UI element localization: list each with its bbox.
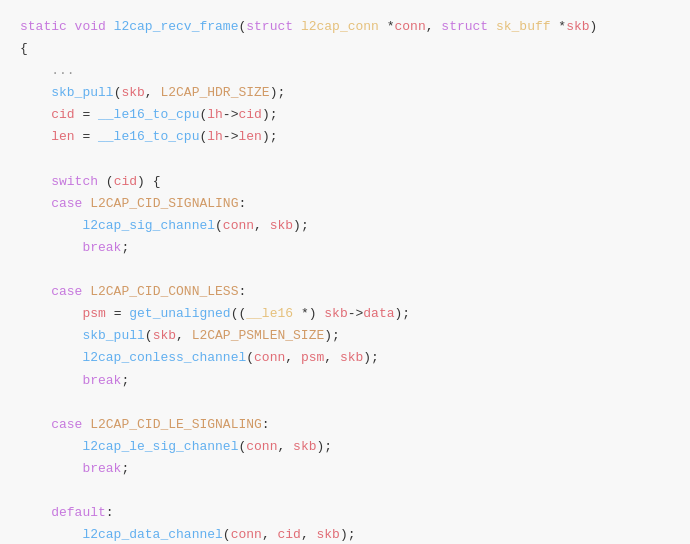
token-fn: l2cap_recv_frame xyxy=(114,19,239,34)
token-var: lh xyxy=(207,107,223,122)
token-kw: static xyxy=(20,19,75,34)
token-plain: ) xyxy=(590,19,598,34)
token-plain: = xyxy=(75,129,98,144)
token-kw: break xyxy=(20,461,121,476)
token-kw: struct xyxy=(246,19,301,34)
token-macro: L2CAP_CID_SIGNALING xyxy=(90,196,238,211)
token-plain: ); xyxy=(395,306,411,321)
token-plain: -> xyxy=(348,306,364,321)
token-plain: , xyxy=(262,527,278,542)
code-line: ... xyxy=(20,60,670,82)
token-var: skb xyxy=(340,350,363,365)
token-var: skb xyxy=(121,85,144,100)
token-var: len xyxy=(238,129,261,144)
token-plain: ) { xyxy=(137,174,160,189)
token-fn: skb_pull xyxy=(20,328,145,343)
token-fn: skb_pull xyxy=(20,85,114,100)
token-plain: ; xyxy=(121,240,129,255)
token-plain: , xyxy=(176,328,192,343)
token-var: len xyxy=(20,129,75,144)
token-fn: l2cap_data_channel xyxy=(20,527,223,542)
token-fn: __le16_to_cpu xyxy=(98,107,199,122)
token-plain: ( xyxy=(246,350,254,365)
token-kw: struct xyxy=(441,19,496,34)
token-kw: break xyxy=(20,373,121,388)
token-var: conn xyxy=(246,439,277,454)
token-fn: l2cap_sig_channel xyxy=(20,218,215,233)
code-line xyxy=(20,149,670,171)
token-plain: { xyxy=(20,41,28,56)
code-line: psm = get_unaligned((__le16 *) skb->data… xyxy=(20,303,670,325)
token-var: skb xyxy=(153,328,176,343)
token-fn: get_unaligned xyxy=(129,306,230,321)
code-line: l2cap_sig_channel(conn, skb); xyxy=(20,215,670,237)
token-plain: ); xyxy=(363,350,379,365)
token-plain: : xyxy=(238,284,246,299)
token-plain: * xyxy=(379,19,395,34)
token-plain: ); xyxy=(316,439,332,454)
token-plain: , xyxy=(254,218,270,233)
token-plain: (( xyxy=(231,306,247,321)
code-line: skb_pull(skb, L2CAP_PSMLEN_SIZE); xyxy=(20,325,670,347)
code-line: static void l2cap_recv_frame(struct l2ca… xyxy=(20,16,670,38)
token-type: l2cap_conn xyxy=(301,19,379,34)
code-line: skb_pull(skb, L2CAP_HDR_SIZE); xyxy=(20,82,670,104)
code-line xyxy=(20,392,670,414)
token-macro: L2CAP_HDR_SIZE xyxy=(160,85,269,100)
code-line: break; xyxy=(20,458,670,480)
token-plain: ); xyxy=(324,328,340,343)
token-plain: ( xyxy=(145,328,153,343)
token-var: cid xyxy=(238,107,261,122)
token-plain: ); xyxy=(293,218,309,233)
token-var: cid xyxy=(20,107,75,122)
token-plain: , xyxy=(285,350,301,365)
token-kw: switch xyxy=(20,174,98,189)
token-plain: , xyxy=(301,527,317,542)
code-line: { xyxy=(20,38,670,60)
token-fn: l2cap_le_sig_channel xyxy=(20,439,238,454)
token-type: __le16 xyxy=(246,306,293,321)
code-block: static void l2cap_recv_frame(struct l2ca… xyxy=(0,0,690,544)
token-var: skb xyxy=(324,306,347,321)
code-line: case L2CAP_CID_CONN_LESS: xyxy=(20,281,670,303)
token-plain: -> xyxy=(223,129,239,144)
token-plain: : xyxy=(262,417,270,432)
token-plain: : xyxy=(238,196,246,211)
token-var: skb xyxy=(270,218,293,233)
token-macro: L2CAP_CID_LE_SIGNALING xyxy=(90,417,262,432)
token-plain: : xyxy=(106,505,114,520)
token-var: conn xyxy=(395,19,426,34)
token-plain: *) xyxy=(293,306,324,321)
token-kw: void xyxy=(75,19,114,34)
code-line xyxy=(20,259,670,281)
token-var: psm xyxy=(20,306,106,321)
token-var: conn xyxy=(231,527,262,542)
token-plain: ); xyxy=(262,129,278,144)
token-plain: * xyxy=(551,19,567,34)
token-kw: case xyxy=(20,284,90,299)
code-line: l2cap_le_sig_channel(conn, skb); xyxy=(20,436,670,458)
token-plain: , xyxy=(324,350,340,365)
code-line: switch (cid) { xyxy=(20,171,670,193)
token-plain: , xyxy=(277,439,293,454)
token-var: cid xyxy=(277,527,300,542)
token-plain: = xyxy=(106,306,129,321)
code-line xyxy=(20,480,670,502)
token-macro: L2CAP_CID_CONN_LESS xyxy=(90,284,238,299)
token-kw: case xyxy=(20,196,90,211)
token-type: sk_buff xyxy=(496,19,551,34)
token-var: conn xyxy=(223,218,254,233)
token-comment: ... xyxy=(20,63,75,78)
token-fn: l2cap_conless_channel xyxy=(20,350,246,365)
token-var: lh xyxy=(207,129,223,144)
token-plain: , xyxy=(426,19,442,34)
token-plain: ); xyxy=(270,85,286,100)
token-plain: ; xyxy=(121,461,129,476)
token-kw: default xyxy=(20,505,106,520)
token-var: skb xyxy=(566,19,589,34)
code-line: l2cap_conless_channel(conn, psm, skb); xyxy=(20,347,670,369)
token-macro: L2CAP_PSMLEN_SIZE xyxy=(192,328,325,343)
code-line: len = __le16_to_cpu(lh->len); xyxy=(20,126,670,148)
token-var: skb xyxy=(317,527,340,542)
code-line: cid = __le16_to_cpu(lh->cid); xyxy=(20,104,670,126)
